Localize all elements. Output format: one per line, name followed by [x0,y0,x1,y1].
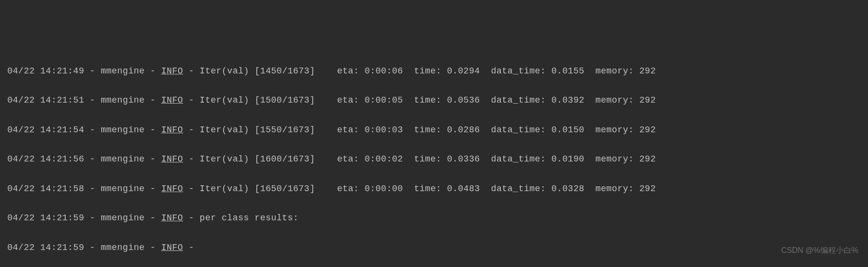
data-time: 0.0150 [551,125,585,135]
log-level: INFO [161,184,183,194]
time: 0.0286 [447,125,480,135]
phase: Iter(val) [200,184,249,194]
watermark: CSDN @%编程小白% [781,244,858,257]
log-level: INFO [161,125,183,135]
timestamp: 04/22 14:21:56 [7,154,84,164]
log-line: 04/22 14:21:49 - mmengine - INFO - Iter(… [7,64,861,78]
source: mmengine [101,184,144,194]
log-level: INFO [161,95,183,105]
timestamp: 04/22 14:21:59 [7,243,84,252]
time: 0.0483 [447,184,480,194]
timestamp: 04/22 14:21:58 [7,184,84,194]
log-level: INFO [161,243,183,252]
source: mmengine [101,125,144,135]
source: mmengine [101,154,144,164]
log-line: 04/22 14:21:58 - mmengine - INFO - Iter(… [7,181,861,196]
log-msg-line: 04/22 14:21:59 - mmengine - INFO - per c… [7,211,861,225]
eta: 0:00:06 [365,66,403,76]
phase: Iter(val) [200,95,249,105]
memory: 292 [639,95,656,105]
log-line: 04/22 14:21:54 - mmengine - INFO - Iter(… [7,123,861,137]
log-line: 04/22 14:21:56 - mmengine - INFO - Iter(… [7,152,861,166]
log-level: INFO [161,66,183,76]
iter: [1600/1673] [255,154,315,164]
time: 0.0294 [447,66,480,76]
log-level: INFO [161,213,183,223]
source: mmengine [101,66,144,76]
eta: 0:00:03 [365,125,403,135]
data-time: 0.0392 [551,95,585,105]
time: 0.0536 [447,95,480,105]
eta: 0:00:00 [365,184,403,194]
memory: 292 [639,154,656,164]
source: mmengine [101,95,144,105]
iter: [1500/1673] [255,95,315,105]
source: mmengine [101,213,144,223]
phase: Iter(val) [200,154,249,164]
eta: 0:00:05 [365,95,403,105]
phase: Iter(val) [200,66,249,76]
eta: 0:00:02 [365,154,403,164]
source: mmengine [101,243,144,252]
timestamp: 04/22 14:21:54 [7,125,84,135]
time: 0.0336 [447,154,480,164]
phase: Iter(val) [200,125,249,135]
data-time: 0.0155 [551,66,585,76]
timestamp: 04/22 14:21:51 [7,95,84,105]
message: per class results: [200,213,299,223]
iter: [1650/1673] [255,184,315,194]
iter: [1450/1673] [255,66,315,76]
memory: 292 [639,184,656,194]
log-line: 04/22 14:21:51 - mmengine - INFO - Iter(… [7,93,861,107]
timestamp: 04/22 14:21:59 [7,213,84,223]
data-time: 0.0190 [551,154,585,164]
timestamp: 04/22 14:21:49 [7,66,84,76]
log-empty-line: 04/22 14:21:59 - mmengine - INFO - [7,240,861,255]
memory: 292 [639,125,656,135]
data-time: 0.0328 [551,184,585,194]
iter: [1550/1673] [255,125,315,135]
memory: 292 [639,66,656,76]
log-level: INFO [161,154,183,164]
